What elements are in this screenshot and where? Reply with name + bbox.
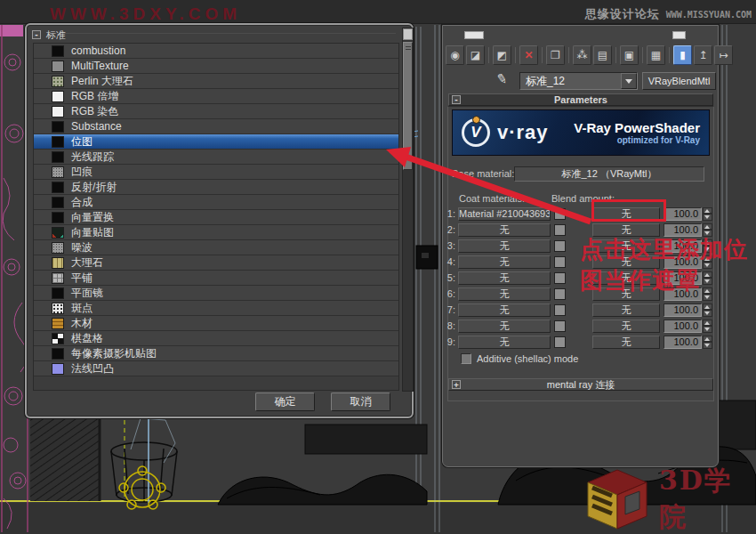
- go-to-parent-icon[interactable]: ↥: [694, 45, 712, 65]
- ok-button[interactable]: 确定: [255, 392, 315, 411]
- list-item[interactable]: 法线凹凸: [34, 361, 398, 376]
- blend-color-swatch[interactable]: [554, 240, 566, 252]
- list-item[interactable]: 反射/折射: [34, 180, 398, 195]
- coat-material-button[interactable]: 无: [458, 336, 551, 349]
- blend-amount-field[interactable]: 100.0: [664, 207, 702, 221]
- dropdown-arrow-icon[interactable]: [621, 73, 637, 89]
- list-item[interactable]: 向量置换: [34, 210, 398, 225]
- blend-color-swatch[interactable]: [554, 320, 566, 332]
- blend-color-swatch[interactable]: [554, 208, 566, 220]
- blend-mask-button[interactable]: 无: [592, 303, 660, 317]
- list-item[interactable]: 噪波: [34, 240, 398, 255]
- list-item[interactable]: 平面镜: [34, 286, 398, 301]
- spinner-up-icon[interactable]: [703, 320, 712, 327]
- list-item[interactable]: MultiTexture: [34, 59, 398, 74]
- list-item[interactable]: Perlin 大理石: [34, 74, 398, 89]
- pick-material-eyedropper-icon[interactable]: ✎: [495, 70, 510, 88]
- put-to-library-icon[interactable]: ▤: [593, 45, 612, 65]
- blend-color-swatch[interactable]: [554, 288, 566, 300]
- blend-amount-spinner[interactable]: [703, 336, 712, 349]
- map-type-swatch: [52, 182, 64, 193]
- blend-color-swatch[interactable]: [554, 256, 566, 268]
- make-material-copy-icon[interactable]: ❐: [546, 45, 565, 65]
- toolbar-separator: [669, 47, 670, 63]
- spinner-down-icon[interactable]: [703, 214, 712, 221]
- scrollbar-cap[interactable]: [403, 28, 413, 40]
- additive-mode-row: Additive (shellac) mode: [461, 353, 578, 364]
- list-item[interactable]: RGB 倍增: [34, 89, 398, 104]
- spinner-down-icon[interactable]: [703, 326, 712, 333]
- coat-material-button[interactable]: 无: [458, 320, 551, 333]
- show-end-result-icon[interactable]: ▮: [673, 45, 692, 65]
- blend-amount-spinner[interactable]: [703, 320, 712, 333]
- list-item[interactable]: 光线跟踪: [34, 150, 398, 165]
- watermark-site-name: 思缘设计论坛: [585, 6, 660, 22]
- blend-amount-spinner[interactable]: [703, 207, 712, 221]
- blend-color-swatch[interactable]: [554, 336, 566, 348]
- blend-amount-field[interactable]: 100.0: [664, 336, 702, 349]
- coat-material-button[interactable]: 无: [458, 271, 551, 285]
- list-item[interactable]: Substance: [34, 119, 398, 134]
- list-item[interactable]: 合成: [34, 195, 398, 210]
- get-material-icon[interactable]: ◉: [446, 45, 464, 65]
- material-type-button[interactable]: VRayBlendMtl: [642, 72, 716, 90]
- list-item[interactable]: RGB 染色: [34, 104, 398, 119]
- show-map-in-viewport-icon[interactable]: ▦: [647, 45, 665, 65]
- parameters-rollout-header[interactable]: - Parameters: [448, 93, 713, 106]
- coat-material-button[interactable]: 无: [458, 287, 551, 301]
- list-item[interactable]: combustion: [34, 44, 398, 59]
- vray-v-letter: V: [470, 124, 480, 142]
- blend-mask-button[interactable]: 无: [592, 336, 660, 349]
- coat-material-button[interactable]: 无: [458, 239, 551, 253]
- list-item[interactable]: 大理石: [34, 255, 398, 271]
- spinner-down-icon[interactable]: [703, 310, 712, 317]
- list-item[interactable]: 斑点: [34, 301, 398, 316]
- map-type-label: 斑点: [71, 301, 92, 316]
- spinner-up-icon[interactable]: [703, 303, 712, 311]
- spinner-down-icon[interactable]: [703, 342, 712, 349]
- group-header-standard[interactable]: - 标准: [32, 28, 66, 41]
- list-item[interactable]: 木材: [34, 316, 398, 331]
- coat-material-button[interactable]: 无: [458, 223, 551, 237]
- base-material-button[interactable]: 标准_12 （VRayMtl）: [514, 166, 704, 182]
- mental-ray-rollout-header[interactable]: + mental ray 连接: [448, 378, 713, 391]
- coat-material-button[interactable]: 无: [458, 303, 551, 317]
- additive-mode-checkbox[interactable]: [461, 353, 471, 364]
- list-item[interactable]: 向量贴图: [34, 225, 398, 240]
- coat-material-button[interactable]: Material #2100436935: [458, 207, 551, 221]
- blend-mask-button[interactable]: 无: [592, 320, 660, 333]
- list-item[interactable]: 棋盘格: [34, 331, 398, 346]
- vray-powershader-banner: V v·ray V-Ray PowerShader optimized for …: [452, 109, 710, 156]
- list-item[interactable]: 平铺: [34, 271, 398, 286]
- blend-amount-field[interactable]: 100.0: [664, 303, 702, 317]
- assign-material-to-selection-icon[interactable]: ◩: [493, 45, 511, 65]
- spinner-up-icon[interactable]: [703, 336, 712, 343]
- spinner-up-icon[interactable]: [703, 207, 712, 214]
- list-scrollbar[interactable]: [402, 28, 414, 392]
- collapse-toggle-icon[interactable]: -: [32, 30, 41, 39]
- material-id-channel-icon[interactable]: ▣: [620, 45, 639, 65]
- coat-material-button[interactable]: 无: [458, 255, 551, 269]
- make-unique-icon[interactable]: ⁂: [573, 45, 591, 65]
- rollout-expand-icon[interactable]: +: [452, 380, 461, 389]
- map-type-swatch: [52, 76, 64, 87]
- go-forward-to-sibling-icon[interactable]: ↦: [714, 45, 733, 65]
- list-item[interactable]: 凹痕: [34, 165, 398, 180]
- scrollbar-thumb[interactable]: [403, 42, 413, 170]
- blend-color-swatch[interactable]: [554, 304, 566, 316]
- blend-color-swatch[interactable]: [554, 224, 566, 236]
- map-type-swatch: [52, 348, 64, 360]
- sample-slot-edge: [464, 31, 484, 39]
- reset-map-mtl-icon[interactable]: ✕: [519, 45, 538, 65]
- blend-amount-field[interactable]: 100.0: [664, 320, 702, 333]
- blend-amount-spinner[interactable]: [703, 303, 712, 317]
- put-material-to-scene-icon[interactable]: ◪: [466, 45, 485, 65]
- list-item[interactable]: 位图: [34, 134, 398, 150]
- material-name-dropdown[interactable]: 标准_12: [519, 72, 638, 90]
- blend-color-swatch[interactable]: [554, 272, 566, 284]
- site-logo: 3D学院 3DXY.COM: [583, 463, 756, 534]
- cancel-button[interactable]: 取消: [331, 392, 390, 411]
- rollout-collapse-icon[interactable]: -: [452, 95, 461, 104]
- list-item[interactable]: 每像素摄影机贴图: [34, 346, 398, 361]
- spinner-up-icon[interactable]: [703, 223, 712, 231]
